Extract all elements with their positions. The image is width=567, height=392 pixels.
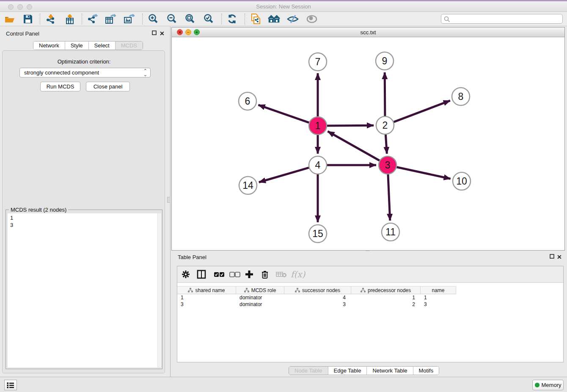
search-input[interactable] <box>451 15 561 23</box>
zoom-fit-icon[interactable] <box>183 13 197 25</box>
table-row[interactable]: 3dominator323 <box>177 301 456 308</box>
float-table-panel-icon[interactable] <box>550 254 554 260</box>
close-table-panel-icon[interactable]: ✕ <box>557 254 562 260</box>
table-row[interactable]: 1dominator411 <box>177 294 456 301</box>
graph-node-11[interactable]: 11 <box>382 223 399 241</box>
table-tab-motifs[interactable]: Motifs <box>413 367 439 375</box>
cell-predecessor-nodes[interactable]: 1 <box>351 294 421 301</box>
svg-text:15: 15 <box>312 228 323 239</box>
task-history-button[interactable] <box>4 380 17 390</box>
search-icon <box>444 16 451 23</box>
svg-text:6: 6 <box>245 96 250 107</box>
cell-shared-name[interactable]: 3 <box>177 301 236 308</box>
graph-edge-3-10[interactable] <box>397 167 451 179</box>
graph-node-15[interactable]: 15 <box>309 225 327 243</box>
divider-grip[interactable] <box>167 197 171 203</box>
criterion-select[interactable]: strongly connected component ⌃⌄ <box>19 68 151 77</box>
column-header-successor-nodes[interactable]: successor nodes <box>284 286 351 294</box>
open-icon[interactable] <box>3 13 17 25</box>
split-pane-icon[interactable] <box>197 269 206 280</box>
home-icon[interactable] <box>267 13 281 25</box>
zoom-selected-icon[interactable] <box>201 13 216 25</box>
zoom-in-icon[interactable] <box>146 13 160 25</box>
graph-node-6[interactable]: 6 <box>239 92 256 110</box>
graph-node-8[interactable]: 8 <box>452 88 470 105</box>
result-scrollbar[interactable] <box>157 213 160 367</box>
deselect-all-icon[interactable] <box>229 269 240 280</box>
select-all-icon[interactable] <box>214 269 225 280</box>
column-header-shared-name[interactable]: shared name <box>177 286 236 294</box>
close-panel-button[interactable]: Close panel <box>86 82 130 91</box>
graph-node-10[interactable]: 10 <box>453 172 471 190</box>
network-window-titlebar[interactable]: ✕ − + scc.txt <box>172 28 564 37</box>
duplicate-network-icon[interactable] <box>249 13 263 25</box>
cell-name[interactable]: 3 <box>421 301 456 308</box>
hide-eye-icon[interactable] <box>286 13 300 25</box>
toolbar-separator <box>221 14 222 25</box>
export-image-icon[interactable] <box>122 13 136 25</box>
table-body: 1dominator4113dominator323 <box>177 294 456 308</box>
export-table-icon[interactable] <box>103 13 118 25</box>
show-eye-icon[interactable] <box>305 13 319 25</box>
control-panel-title: Control Panel <box>6 30 39 37</box>
graph-node-9[interactable]: 9 <box>376 52 394 70</box>
svg-text:2: 2 <box>383 120 388 131</box>
column-header-MCDS-role[interactable]: MCDS role <box>236 286 284 294</box>
chevron-updown-icon: ⌃⌄ <box>143 69 147 77</box>
graph-node-4[interactable]: 4 <box>309 156 327 174</box>
table-header-row: shared nameMCDS rolesuccessor nodesprede… <box>177 286 456 294</box>
graph-edge-2-8[interactable] <box>394 101 450 122</box>
export-network-icon[interactable] <box>85 13 99 25</box>
table-tab-node-table[interactable]: Node Table <box>289 367 328 375</box>
graph-edge-2-3[interactable] <box>385 135 387 154</box>
delete-table-icon[interactable] <box>276 269 287 280</box>
import-table-icon[interactable] <box>63 13 77 25</box>
function-builder-icon[interactable]: f(x) <box>291 269 305 280</box>
tab-mcds[interactable]: MCDS <box>116 41 143 50</box>
graph-edge-3-11[interactable] <box>388 174 390 221</box>
graph-node-14[interactable]: 14 <box>239 177 257 194</box>
save-icon[interactable] <box>21 13 35 25</box>
close-panel-icon[interactable]: ✕ <box>160 30 165 37</box>
mcds-result-text[interactable]: 1 3 <box>8 213 161 367</box>
cell-successor-nodes[interactable]: 4 <box>284 294 351 301</box>
refresh-layout-icon[interactable] <box>225 13 239 25</box>
svg-text:14: 14 <box>242 180 253 191</box>
control-panel-tabs: NetworkStyleSelectMCDS <box>33 41 143 50</box>
import-network-icon[interactable] <box>44 13 58 25</box>
run-mcds-button[interactable]: Run MCDS <box>40 82 80 91</box>
memory-status-icon <box>535 383 539 387</box>
graph-edge-4-14[interactable] <box>259 168 309 182</box>
graph-node-1[interactable]: 1 <box>309 117 327 135</box>
network-graph[interactable]: 7968124314101511 <box>172 37 564 250</box>
tab-network[interactable]: Network <box>33 41 65 50</box>
graph-edge-3-1[interactable] <box>328 131 380 160</box>
graph-edge-2-9[interactable] <box>385 72 385 116</box>
graph-edge-1-2[interactable] <box>327 125 374 126</box>
graph-edge-1-6[interactable] <box>259 105 309 123</box>
column-header-predecessor-nodes[interactable]: predecessor nodes <box>351 286 421 294</box>
cell-shared-name[interactable]: 1 <box>177 294 236 301</box>
cell-predecessor-nodes[interactable]: 2 <box>351 301 421 308</box>
graph-node-7[interactable]: 7 <box>309 53 327 71</box>
status-bar: Memory <box>0 377 567 392</box>
cell-successor-nodes[interactable]: 3 <box>284 301 351 308</box>
delete-icon[interactable] <box>261 269 269 280</box>
add-icon[interactable] <box>245 269 254 280</box>
cell-MCDS-role[interactable]: dominator <box>236 294 284 301</box>
table-tab-network-table[interactable]: Network Table <box>367 367 413 375</box>
gear-icon[interactable] <box>182 269 190 280</box>
graph-node-2[interactable]: 2 <box>376 116 394 134</box>
cell-name[interactable]: 1 <box>421 294 456 301</box>
float-panel-icon[interactable] <box>152 30 157 36</box>
tab-select[interactable]: Select <box>89 41 116 50</box>
tab-style[interactable]: Style <box>65 41 89 50</box>
graph-node-3[interactable]: 3 <box>379 156 396 174</box>
column-header-name[interactable]: name <box>421 286 456 294</box>
table-tab-edge-table[interactable]: Edge Table <box>328 367 367 375</box>
memory-button[interactable]: Memory <box>532 380 564 390</box>
cell-MCDS-role[interactable]: dominator <box>236 301 284 308</box>
zoom-out-icon[interactable] <box>165 13 179 25</box>
optimization-criterion-label: Optimization criterion: <box>3 58 165 65</box>
mcds-tab-content: Optimization criterion: strongly connect… <box>2 50 165 373</box>
